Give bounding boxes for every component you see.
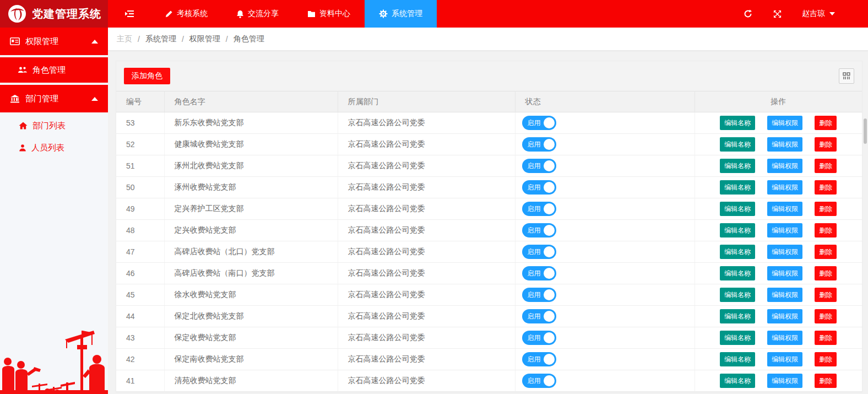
bell-icon <box>236 10 244 18</box>
edit-permission-button[interactable]: 编辑权限 <box>767 352 802 366</box>
delete-button[interactable]: 删除 <box>815 245 837 259</box>
delete-button[interactable]: 删除 <box>815 116 837 130</box>
status-toggle[interactable]: 启用 <box>522 309 556 323</box>
sidebar-group-permissions[interactable]: 权限管理 <box>0 28 108 55</box>
roles-card: 添加角色 <box>116 61 862 392</box>
edit-name-button[interactable]: 编辑名称 <box>720 180 755 195</box>
delete-button[interactable]: 删除 <box>815 331 837 345</box>
top-bar: 党建管理系统 考核系统 <box>0 0 868 28</box>
cell-department: 京石高速公路公司党委 <box>338 306 515 327</box>
breadcrumb: 主页 / 系统管理 / 权限管理 / 角色管理 <box>108 28 868 51</box>
id-card-icon <box>10 37 20 45</box>
edit-name-button[interactable]: 编辑名称 <box>720 288 755 302</box>
cell-role-name: 高碑店收费站（南口）党支部 <box>164 263 338 284</box>
breadcrumb-system[interactable]: 系统管理 <box>145 34 176 44</box>
status-toggle[interactable]: 启用 <box>522 288 556 302</box>
collapse-sidebar-icon <box>124 9 134 18</box>
cell-id: 48 <box>116 220 164 241</box>
cell-department: 京石高速公路公司党委 <box>338 284 515 306</box>
edit-permission-button[interactable]: 编辑权限 <box>767 245 802 259</box>
folder-icon <box>307 10 316 18</box>
sidebar-group-departments[interactable]: 部门管理 <box>0 85 108 112</box>
cell-department: 京石高速公路公司党委 <box>338 241 515 263</box>
columns-icon <box>843 72 850 80</box>
cell-department: 京石高速公路公司党委 <box>338 349 515 370</box>
delete-button[interactable]: 删除 <box>815 180 837 195</box>
sidebar-item-department-list[interactable]: 部门列表 <box>0 115 108 137</box>
delete-button[interactable]: 删除 <box>815 374 837 388</box>
status-toggle[interactable]: 启用 <box>522 137 556 152</box>
add-role-button[interactable]: 添加角色 <box>124 68 170 84</box>
edit-permission-button[interactable]: 编辑权限 <box>767 331 802 345</box>
status-toggle[interactable]: 启用 <box>522 352 556 366</box>
user-menu[interactable]: 赵吉琼 <box>802 9 835 19</box>
status-toggle[interactable]: 启用 <box>522 245 556 259</box>
edit-permission-button[interactable]: 编辑权限 <box>767 223 802 238</box>
status-toggle[interactable]: 启用 <box>522 266 556 280</box>
edit-name-button[interactable]: 编辑名称 <box>720 266 755 280</box>
status-toggle[interactable]: 启用 <box>522 202 556 216</box>
header-role-name: 角色名字 <box>164 91 338 112</box>
edit-permission-button[interactable]: 编辑权限 <box>767 266 802 280</box>
cell-role-name: 涿州北收费站党支部 <box>164 155 338 177</box>
delete-button[interactable]: 删除 <box>815 266 837 280</box>
refresh-button[interactable] <box>733 9 763 18</box>
edit-name-button[interactable]: 编辑名称 <box>720 352 755 366</box>
edit-permission-button[interactable]: 编辑权限 <box>767 159 802 173</box>
sidebar-item-personnel-list[interactable]: 人员列表 <box>0 137 108 159</box>
status-toggle[interactable]: 启用 <box>522 223 556 238</box>
cell-id: 44 <box>116 306 164 327</box>
collapse-sidebar-button[interactable] <box>108 0 151 28</box>
delete-button[interactable]: 删除 <box>815 309 837 323</box>
app-title: 党建管理系统 <box>32 7 101 21</box>
top-nav: 考核系统 交流分享 资料中心 <box>108 0 437 28</box>
cell-role-name: 保定收费站党支部 <box>164 327 338 349</box>
delete-button[interactable]: 删除 <box>815 202 837 216</box>
edit-name-button[interactable]: 编辑名称 <box>720 374 755 388</box>
breadcrumb-home[interactable]: 主页 <box>117 34 132 44</box>
cell-id: 52 <box>116 134 164 155</box>
status-toggle[interactable]: 启用 <box>522 116 556 130</box>
status-toggle-label: 启用 <box>528 355 541 364</box>
cell-department: 京石高速公路公司党委 <box>338 370 515 392</box>
nav-item-documents[interactable]: 资料中心 <box>293 0 365 28</box>
status-toggle[interactable]: 启用 <box>522 374 556 388</box>
chevron-up-icon <box>91 40 98 44</box>
delete-button[interactable]: 删除 <box>815 352 837 366</box>
nav-item-system[interactable]: 系统管理 <box>365 0 437 28</box>
edit-permission-button[interactable]: 编辑权限 <box>767 202 802 216</box>
fullscreen-button[interactable] <box>763 10 792 18</box>
edit-permission-button[interactable]: 编辑权限 <box>767 309 802 323</box>
edit-name-button[interactable]: 编辑名称 <box>720 116 755 130</box>
edit-name-button[interactable]: 编辑名称 <box>720 245 755 259</box>
table-row: 52 健康城收费站党支部 京石高速公路公司党委 启用 编辑名称 编辑权限 删除 <box>116 134 862 155</box>
nav-item-share[interactable]: 交流分享 <box>222 0 293 28</box>
edit-name-button[interactable]: 编辑名称 <box>720 223 755 238</box>
status-toggle[interactable]: 启用 <box>522 180 556 195</box>
status-toggle[interactable]: 启用 <box>522 159 556 173</box>
delete-button[interactable]: 删除 <box>815 223 837 238</box>
delete-button[interactable]: 删除 <box>815 288 837 302</box>
column-filter-button[interactable] <box>839 68 854 84</box>
edit-name-button[interactable]: 编辑名称 <box>720 331 755 345</box>
edit-name-button[interactable]: 编辑名称 <box>720 159 755 173</box>
cell-department: 京石高速公路公司党委 <box>338 327 515 349</box>
table-row: 41 清苑收费站党支部 京石高速公路公司党委 启用 编辑名称 编辑权限 删除 <box>116 370 862 392</box>
scrollbar-thumb[interactable] <box>864 118 867 144</box>
edit-permission-button[interactable]: 编辑权限 <box>767 374 802 388</box>
nav-item-assessment[interactable]: 考核系统 <box>151 0 222 28</box>
table-row: 46 高碑店收费站（南口）党支部 京石高速公路公司党委 启用 编辑名称 编辑权限… <box>116 263 862 284</box>
delete-button[interactable]: 删除 <box>815 159 837 173</box>
edit-permission-button[interactable]: 编辑权限 <box>767 288 802 302</box>
edit-name-button[interactable]: 编辑名称 <box>720 202 755 216</box>
breadcrumb-permissions[interactable]: 权限管理 <box>189 34 220 44</box>
edit-permission-button[interactable]: 编辑权限 <box>767 180 802 195</box>
status-toggle[interactable]: 启用 <box>522 331 556 345</box>
cell-id: 46 <box>116 263 164 284</box>
edit-permission-button[interactable]: 编辑权限 <box>767 137 802 152</box>
edit-name-button[interactable]: 编辑名称 <box>720 137 755 152</box>
delete-button[interactable]: 删除 <box>815 137 837 152</box>
edit-name-button[interactable]: 编辑名称 <box>720 309 755 323</box>
sidebar-item-roles[interactable]: 角色管理 <box>0 57 108 83</box>
edit-permission-button[interactable]: 编辑权限 <box>767 116 802 130</box>
